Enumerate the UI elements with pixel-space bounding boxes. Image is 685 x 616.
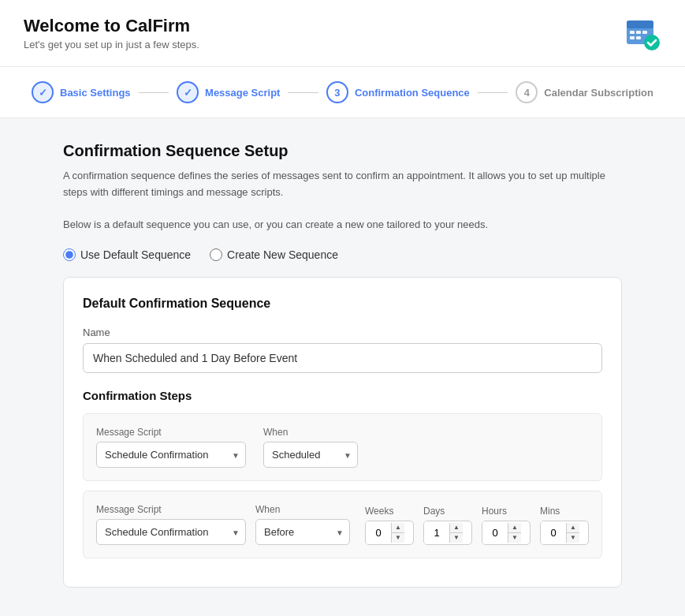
step-3[interactable]: 3 Confirmation Sequence	[326, 81, 470, 103]
logo-icon	[624, 14, 661, 52]
step-2-weeks-spinner-btns: ▲ ▼	[391, 523, 404, 543]
step-1-when-select[interactable]: Scheduled Before After	[263, 442, 358, 468]
step-1-label: Basic Settings	[60, 87, 131, 99]
step-connector-2	[288, 92, 318, 93]
step-1-when-col: When Scheduled Before After ▼	[263, 427, 374, 468]
confirmation-step-2: Message Script Schedule Confirmation ▼ W…	[83, 491, 602, 558]
radio-new-input[interactable]	[210, 248, 222, 261]
step-2-weeks-input[interactable]	[366, 521, 391, 544]
page-title: Confirmation Sequence Setup	[63, 142, 622, 160]
step-2-days-input[interactable]	[424, 521, 449, 544]
svg-point-7	[644, 35, 660, 50]
step-2-when-wrapper: Scheduled Before After ▼	[255, 519, 350, 545]
step-2-days-down[interactable]: ▼	[450, 533, 463, 543]
header-text: Welcome to CalFirm Let's get you set up …	[24, 16, 199, 50]
radio-new-label: Create New Sequence	[227, 248, 338, 261]
step-4[interactable]: 4 Calendar Subscription	[516, 81, 653, 103]
step-1-circle: ✓	[32, 81, 54, 103]
svg-rect-5	[630, 36, 635, 39]
step-1-when-label: When	[263, 427, 374, 438]
name-input[interactable]	[83, 343, 602, 373]
card-title: Default Confirmation Sequence	[83, 297, 602, 311]
svg-rect-1	[627, 21, 653, 28]
svg-rect-2	[630, 31, 635, 34]
step-2-hours-label: Hours	[482, 506, 531, 517]
radio-default-label: Use Default Sequence	[80, 248, 191, 261]
page-desc-1: A confirmation sequence defines the seri…	[63, 168, 622, 201]
step-2-msg-label: Message Script	[96, 504, 246, 515]
step-connector-1	[139, 92, 169, 93]
page-desc-2: Below is a default sequence you can use,…	[63, 217, 622, 233]
step-2-mins-spinner: ▲ ▼	[540, 521, 589, 545]
step-2-hours-spinner: ▲ ▼	[482, 521, 531, 545]
svg-rect-3	[636, 31, 641, 34]
radio-group: Use Default Sequence Create New Sequence	[63, 248, 622, 261]
step-2-weeks-label: Weeks	[365, 506, 414, 517]
step-2-days-up[interactable]: ▲	[450, 523, 463, 533]
step-2-weeks-up[interactable]: ▲	[392, 523, 404, 533]
name-field-group: Name	[83, 327, 602, 373]
app-subtitle: Let's get you set up in just a few steps…	[24, 39, 199, 50]
sequence-card: Default Confirmation Sequence Name Confi…	[63, 277, 622, 588]
step-2-days-spinner: ▲ ▼	[423, 521, 472, 545]
steps-section-title: Confirmation Steps	[83, 389, 602, 402]
step-1-when-wrapper: Scheduled Before After ▼	[263, 442, 358, 468]
step-2-circle: ✓	[177, 81, 199, 103]
step-2-cols: Message Script Schedule Confirmation ▼ W…	[96, 504, 589, 545]
step-2-mins-input[interactable]	[541, 521, 566, 544]
step-2-hours-input[interactable]	[482, 521, 508, 544]
svg-rect-6	[636, 36, 641, 39]
step-2-days-label: Days	[423, 506, 472, 517]
step-2-when-select[interactable]: Scheduled Before After	[255, 519, 350, 545]
radio-default-option[interactable]: Use Default Sequence	[63, 248, 191, 261]
step-1-msg-col: Message Script Schedule Confirmation ▼	[96, 427, 254, 468]
step-2-weeks-down[interactable]: ▼	[392, 533, 404, 543]
step-2[interactable]: ✓ Message Script	[177, 81, 280, 103]
step-2-mins-up[interactable]: ▲	[567, 523, 579, 533]
radio-new-option[interactable]: Create New Sequence	[210, 248, 338, 261]
footer: Back Continue with Default Sequence	[0, 611, 685, 616]
header: Welcome to CalFirm Let's get you set up …	[0, 0, 685, 67]
step-2-weeks-col: Weeks ▲ ▼	[365, 506, 414, 545]
step-4-label: Calendar Subscription	[544, 87, 653, 99]
svg-rect-4	[642, 31, 647, 34]
step-1-msg-select[interactable]: Schedule Confirmation	[96, 442, 246, 468]
main-content: Confirmation Sequence Setup A confirmati…	[0, 118, 685, 611]
radio-default-input[interactable]	[63, 248, 76, 261]
step-connector-3	[478, 92, 508, 93]
steps-bar: ✓ Basic Settings ✓ Message Script 3 Conf…	[0, 67, 685, 118]
step-2-when-label: When	[255, 504, 356, 515]
step-2-hours-spinner-btns: ▲ ▼	[508, 523, 521, 543]
step-2-weeks-spinner: ▲ ▼	[365, 521, 414, 545]
step-2-msg-select[interactable]: Schedule Confirmation	[96, 519, 246, 545]
step-2-hours-up[interactable]: ▲	[508, 523, 521, 533]
step-4-circle: 4	[516, 81, 538, 103]
name-label: Name	[83, 327, 602, 338]
app-title: Welcome to CalFirm	[24, 16, 199, 36]
step-2-when-col: When Scheduled Before After ▼	[255, 504, 356, 545]
confirmation-step-1: Message Script Schedule Confirmation ▼ W…	[83, 413, 602, 481]
step-2-days-spinner-btns: ▲ ▼	[449, 523, 463, 543]
step-2-hours-down[interactable]: ▼	[508, 533, 521, 543]
step-2-hours-col: Hours ▲ ▼	[482, 506, 531, 545]
step-1-msg-label: Message Script	[96, 427, 254, 438]
step-2-mins-down[interactable]: ▼	[567, 533, 579, 543]
step-3-circle: 3	[326, 81, 348, 103]
step-2-msg-col: Message Script Schedule Confirmation ▼	[96, 504, 246, 545]
step-1-cols: Message Script Schedule Confirmation ▼ W…	[96, 427, 589, 468]
step-1-msg-wrapper: Schedule Confirmation ▼	[96, 442, 246, 468]
step-2-mins-spinner-btns: ▲ ▼	[566, 523, 579, 543]
step-1[interactable]: ✓ Basic Settings	[32, 81, 131, 103]
step-2-msg-wrapper: Schedule Confirmation ▼	[96, 519, 246, 545]
step-2-days-col: Days ▲ ▼	[423, 506, 472, 545]
step-2-label: Message Script	[205, 87, 280, 99]
step-2-mins-col: Mins ▲ ▼	[540, 506, 589, 545]
step-2-mins-label: Mins	[540, 506, 589, 517]
step-3-label: Confirmation Sequence	[355, 87, 470, 99]
